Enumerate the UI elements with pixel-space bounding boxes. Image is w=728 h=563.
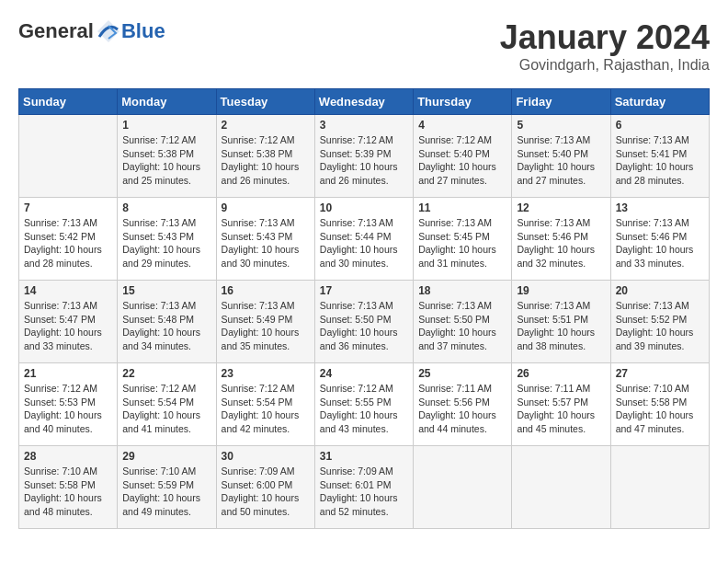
day-number: 14 (24, 284, 112, 297)
calendar-cell: 12Sunrise: 7:13 AM Sunset: 5:46 PM Dayli… (512, 198, 610, 281)
day-number: 16 (222, 284, 310, 297)
cell-content: Sunrise: 7:13 AM Sunset: 5:40 PM Dayligh… (517, 133, 605, 188)
calendar-cell: 6Sunrise: 7:13 AM Sunset: 5:41 PM Daylig… (610, 115, 709, 198)
day-number: 24 (320, 367, 408, 380)
cell-content: Sunrise: 7:12 AM Sunset: 5:38 PM Dayligh… (222, 133, 310, 188)
cell-content: Sunrise: 7:12 AM Sunset: 5:55 PM Dayligh… (320, 382, 408, 436)
day-number: 19 (517, 284, 605, 297)
day-header-monday: Monday (118, 89, 216, 115)
cell-content: Sunrise: 7:09 AM Sunset: 6:01 PM Dayligh… (320, 465, 408, 519)
cell-content: Sunrise: 7:13 AM Sunset: 5:49 PM Dayligh… (222, 299, 310, 353)
day-number: 25 (418, 367, 506, 380)
calendar-table: SundayMondayTuesdayWednesdayThursdayFrid… (18, 88, 710, 529)
logo-blue-text: Blue (121, 19, 165, 43)
day-number: 11 (418, 201, 506, 214)
cell-content: Sunrise: 7:11 AM Sunset: 5:57 PM Dayligh… (517, 382, 605, 436)
day-number: 21 (24, 367, 112, 380)
calendar-week-row: 28Sunrise: 7:10 AM Sunset: 5:58 PM Dayli… (19, 446, 710, 529)
calendar-cell: 1Sunrise: 7:12 AM Sunset: 5:38 PM Daylig… (118, 115, 216, 198)
day-number: 9 (222, 201, 310, 214)
calendar-cell: 10Sunrise: 7:13 AM Sunset: 5:44 PM Dayli… (314, 198, 413, 281)
cell-content: Sunrise: 7:12 AM Sunset: 5:53 PM Dayligh… (24, 382, 112, 436)
calendar-cell: 16Sunrise: 7:13 AM Sunset: 5:49 PM Dayli… (216, 281, 314, 363)
cell-content: Sunrise: 7:13 AM Sunset: 5:47 PM Dayligh… (24, 299, 112, 353)
day-header-wednesday: Wednesday (314, 89, 413, 115)
subtitle: Govindgarh, Rajasthan, India (500, 57, 710, 74)
cell-content: Sunrise: 7:12 AM Sunset: 5:54 PM Dayligh… (122, 382, 210, 436)
day-number: 8 (122, 201, 210, 214)
calendar-week-row: 7Sunrise: 7:13 AM Sunset: 5:42 PM Daylig… (19, 198, 710, 281)
calendar-cell: 8Sunrise: 7:13 AM Sunset: 5:43 PM Daylig… (118, 198, 216, 281)
calendar-cell: 26Sunrise: 7:11 AM Sunset: 5:57 PM Dayli… (512, 363, 610, 446)
day-number: 30 (222, 450, 310, 463)
calendar-cell (19, 115, 118, 198)
day-number: 23 (222, 367, 310, 380)
day-number: 29 (122, 450, 210, 463)
calendar-cell: 21Sunrise: 7:12 AM Sunset: 5:53 PM Dayli… (19, 363, 118, 446)
calendar-body: 1Sunrise: 7:12 AM Sunset: 5:38 PM Daylig… (19, 115, 710, 529)
cell-content: Sunrise: 7:12 AM Sunset: 5:54 PM Dayligh… (222, 382, 310, 436)
calendar-cell: 30Sunrise: 7:09 AM Sunset: 6:00 PM Dayli… (216, 446, 314, 529)
logo-icon (96, 18, 121, 44)
day-number: 26 (517, 367, 605, 380)
cell-content: Sunrise: 7:13 AM Sunset: 5:41 PM Dayligh… (616, 133, 704, 188)
calendar-cell: 23Sunrise: 7:12 AM Sunset: 5:54 PM Dayli… (216, 363, 314, 446)
calendar-cell: 29Sunrise: 7:10 AM Sunset: 5:59 PM Dayli… (118, 446, 216, 529)
cell-content: Sunrise: 7:13 AM Sunset: 5:50 PM Dayligh… (320, 299, 408, 353)
cell-content: Sunrise: 7:13 AM Sunset: 5:44 PM Dayligh… (320, 216, 408, 270)
day-number: 10 (320, 201, 408, 214)
cell-content: Sunrise: 7:13 AM Sunset: 5:46 PM Dayligh… (517, 216, 605, 270)
calendar-cell: 2Sunrise: 7:12 AM Sunset: 5:38 PM Daylig… (216, 115, 314, 198)
calendar-cell (610, 446, 709, 529)
day-number: 15 (122, 284, 210, 297)
day-header-friday: Friday (512, 89, 610, 115)
day-number: 17 (320, 284, 408, 297)
day-number: 5 (517, 119, 605, 132)
day-number: 2 (222, 119, 310, 132)
logo-general-text: General (18, 19, 94, 43)
cell-content: Sunrise: 7:12 AM Sunset: 5:40 PM Dayligh… (418, 133, 506, 188)
day-number: 1 (122, 119, 210, 132)
title-block: January 2024 Govindgarh, Rajasthan, Indi… (500, 18, 710, 74)
calendar-week-row: 1Sunrise: 7:12 AM Sunset: 5:38 PM Daylig… (19, 115, 710, 198)
page-header: General Blue January 2024 Govindgarh, Ra… (18, 18, 710, 74)
cell-content: Sunrise: 7:10 AM Sunset: 5:58 PM Dayligh… (24, 465, 112, 519)
calendar-cell: 25Sunrise: 7:11 AM Sunset: 5:56 PM Dayli… (414, 363, 512, 446)
cell-content: Sunrise: 7:10 AM Sunset: 5:59 PM Dayligh… (122, 465, 210, 519)
cell-content: Sunrise: 7:13 AM Sunset: 5:43 PM Dayligh… (222, 216, 310, 270)
calendar-cell: 5Sunrise: 7:13 AM Sunset: 5:40 PM Daylig… (512, 115, 610, 198)
day-header-thursday: Thursday (414, 89, 512, 115)
cell-content: Sunrise: 7:13 AM Sunset: 5:45 PM Dayligh… (418, 216, 506, 270)
cell-content: Sunrise: 7:13 AM Sunset: 5:42 PM Dayligh… (24, 216, 112, 270)
calendar-cell: 31Sunrise: 7:09 AM Sunset: 6:01 PM Dayli… (314, 446, 413, 529)
day-header-saturday: Saturday (610, 89, 709, 115)
day-number: 22 (122, 367, 210, 380)
calendar-cell: 27Sunrise: 7:10 AM Sunset: 5:58 PM Dayli… (610, 363, 709, 446)
svg-marker-0 (97, 20, 119, 42)
cell-content: Sunrise: 7:11 AM Sunset: 5:56 PM Dayligh… (418, 382, 506, 436)
cell-content: Sunrise: 7:13 AM Sunset: 5:50 PM Dayligh… (418, 299, 506, 353)
calendar-cell: 17Sunrise: 7:13 AM Sunset: 5:50 PM Dayli… (314, 281, 413, 363)
calendar-cell (512, 446, 610, 529)
calendar-header-row: SundayMondayTuesdayWednesdayThursdayFrid… (19, 89, 710, 115)
cell-content: Sunrise: 7:09 AM Sunset: 6:00 PM Dayligh… (222, 465, 310, 519)
calendar-cell: 3Sunrise: 7:12 AM Sunset: 5:39 PM Daylig… (314, 115, 413, 198)
day-number: 18 (418, 284, 506, 297)
calendar-cell: 13Sunrise: 7:13 AM Sunset: 5:46 PM Dayli… (610, 198, 709, 281)
calendar-cell: 19Sunrise: 7:13 AM Sunset: 5:51 PM Dayli… (512, 281, 610, 363)
cell-content: Sunrise: 7:10 AM Sunset: 5:58 PM Dayligh… (616, 382, 704, 436)
calendar-cell: 24Sunrise: 7:12 AM Sunset: 5:55 PM Dayli… (314, 363, 413, 446)
day-header-sunday: Sunday (19, 89, 118, 115)
day-number: 28 (24, 450, 112, 463)
cell-content: Sunrise: 7:13 AM Sunset: 5:46 PM Dayligh… (616, 216, 704, 270)
day-number: 13 (616, 201, 704, 214)
day-header-tuesday: Tuesday (216, 89, 314, 115)
cell-content: Sunrise: 7:13 AM Sunset: 5:43 PM Dayligh… (122, 216, 210, 270)
cell-content: Sunrise: 7:13 AM Sunset: 5:48 PM Dayligh… (122, 299, 210, 353)
day-number: 27 (616, 367, 704, 380)
calendar-cell: 22Sunrise: 7:12 AM Sunset: 5:54 PM Dayli… (118, 363, 216, 446)
cell-content: Sunrise: 7:12 AM Sunset: 5:38 PM Dayligh… (122, 133, 210, 188)
calendar-week-row: 14Sunrise: 7:13 AM Sunset: 5:47 PM Dayli… (19, 281, 710, 363)
calendar-cell (414, 446, 512, 529)
day-number: 20 (616, 284, 704, 297)
